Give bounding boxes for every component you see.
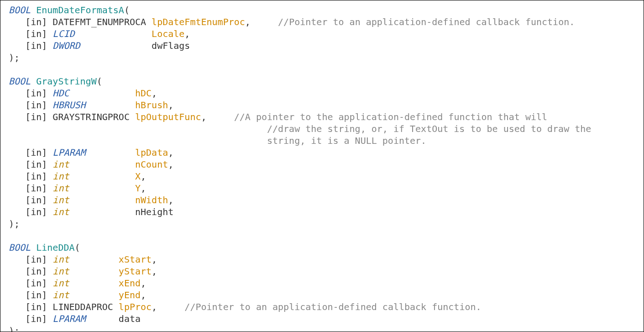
param-type: int bbox=[52, 266, 69, 277]
param-type: int bbox=[52, 278, 69, 289]
param-attr: [in] bbox=[25, 28, 47, 39]
param-type: int bbox=[52, 206, 69, 217]
param-type: int bbox=[52, 171, 69, 182]
param-name: nHeight bbox=[135, 206, 173, 217]
param-name: dwFlags bbox=[152, 40, 190, 51]
param-name: X bbox=[135, 171, 141, 182]
comment: //draw the string, or, if TextOut is to … bbox=[267, 123, 591, 134]
param-type: HBRUSH bbox=[52, 100, 85, 111]
param-type: DWORD bbox=[52, 40, 80, 51]
comment: string, it is a NULL pointer. bbox=[267, 135, 426, 146]
param-name: yStart bbox=[119, 266, 152, 277]
param-type: DATEFMT_ENUMPROCA bbox=[52, 16, 146, 27]
param-type: int bbox=[52, 183, 69, 194]
param-type: LINEDDAPROC bbox=[52, 301, 113, 312]
param-attr: [in] bbox=[25, 159, 47, 170]
param-attr: [in] bbox=[25, 16, 47, 27]
return-type: BOOL bbox=[9, 242, 31, 253]
param-attr: [in] bbox=[25, 88, 47, 99]
return-type: BOOL bbox=[9, 5, 31, 16]
param-name: data bbox=[119, 313, 141, 324]
param-attr: [in] bbox=[25, 100, 47, 111]
comment: //Pointer to an application-defined call… bbox=[184, 301, 481, 312]
close-paren: ); bbox=[9, 218, 20, 229]
param-name: xStart bbox=[119, 254, 152, 265]
function-name: EnumDateFormatsA bbox=[36, 5, 124, 16]
param-attr: [in] bbox=[25, 278, 47, 289]
param-name: yEnd bbox=[119, 290, 141, 300]
close-paren: ); bbox=[9, 325, 20, 332]
comment: //A pointer to the application-defined f… bbox=[234, 111, 547, 122]
param-name: lpOutputFunc bbox=[135, 111, 201, 122]
param-type: int bbox=[52, 159, 69, 170]
param-name: lpDateFmtEnumProc bbox=[152, 16, 245, 27]
return-type: BOOL bbox=[9, 76, 31, 87]
code-block: BOOL EnumDateFormatsA( [in] DATEFMT_ENUM… bbox=[9, 4, 638, 332]
param-name: hBrush bbox=[135, 100, 168, 111]
param-attr: [in] bbox=[25, 254, 47, 265]
function-name: GrayStringW bbox=[36, 76, 96, 87]
close-paren: ); bbox=[9, 52, 20, 63]
param-name: lpProc bbox=[119, 301, 152, 312]
param-type: int bbox=[52, 195, 69, 206]
param-type: LPARAM bbox=[52, 313, 85, 324]
param-type: LCID bbox=[52, 28, 74, 39]
param-type: GRAYSTRINGPROC bbox=[52, 111, 130, 122]
param-type: int bbox=[52, 290, 69, 300]
param-name: nCount bbox=[135, 159, 168, 170]
param-name: Y bbox=[135, 183, 141, 194]
param-attr: [in] bbox=[25, 313, 47, 324]
param-attr: [in] bbox=[25, 301, 47, 312]
param-attr: [in] bbox=[25, 290, 47, 300]
comment: //Pointer to an application-defined call… bbox=[278, 16, 575, 27]
param-name: xEnd bbox=[119, 278, 141, 289]
param-attr: [in] bbox=[25, 147, 47, 158]
param-type: LPARAM bbox=[52, 147, 85, 158]
param-name: hDC bbox=[135, 88, 152, 99]
param-type: int bbox=[52, 254, 69, 265]
param-attr: [in] bbox=[25, 266, 47, 277]
param-attr: [in] bbox=[25, 171, 47, 182]
param-name: lpData bbox=[135, 147, 168, 158]
function-name: LineDDA bbox=[36, 242, 74, 253]
param-name: nWidth bbox=[135, 195, 168, 206]
param-attr: [in] bbox=[25, 183, 47, 194]
param-type: HDC bbox=[52, 88, 69, 99]
param-attr: [in] bbox=[25, 206, 47, 217]
param-attr: [in] bbox=[25, 111, 47, 122]
param-name: Locale bbox=[152, 28, 184, 39]
param-attr: [in] bbox=[25, 195, 47, 206]
param-attr: [in] bbox=[25, 40, 47, 51]
